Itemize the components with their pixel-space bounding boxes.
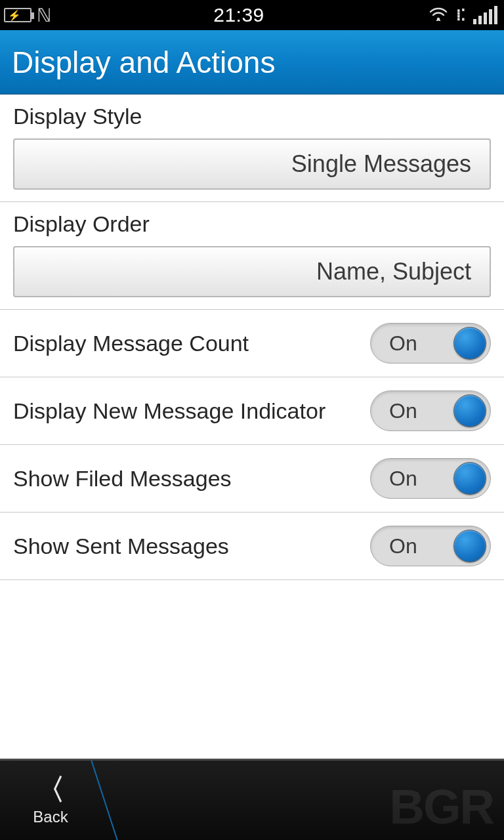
carrier-icon: ⁞⁚ bbox=[456, 6, 465, 24]
back-button[interactable]: 〈 Back bbox=[0, 761, 101, 840]
battery-charging-icon: ⚡ bbox=[8, 10, 21, 22]
svg-point-0 bbox=[437, 17, 440, 20]
display-order-value: Name, Subject bbox=[316, 258, 471, 285]
setting-show-filed: Show Filed Messages On bbox=[0, 445, 504, 513]
chevron-left-icon: 〈 bbox=[36, 775, 65, 804]
display-order-label: Display Order bbox=[13, 211, 491, 237]
wifi-icon bbox=[429, 5, 448, 26]
page-title: Display and Actions bbox=[12, 45, 275, 80]
status-bar: ⚡ ℕ 21:39 ⁞⁚ bbox=[0, 0, 504, 30]
display-style-label: Display Style bbox=[13, 104, 491, 129]
action-bar: 〈 Back BGR bbox=[0, 759, 504, 840]
toggle-state-text: On bbox=[389, 534, 453, 558]
show-filed-label: Show Filed Messages bbox=[13, 465, 370, 493]
toggle-knob bbox=[453, 327, 486, 360]
show-sent-label: Show Sent Messages bbox=[13, 532, 370, 560]
new-indicator-label: Display New Message Indicator bbox=[13, 397, 370, 425]
status-left: ⚡ ℕ bbox=[4, 5, 49, 26]
setting-message-count: Display Message Count On bbox=[0, 310, 504, 377]
status-right: ⁞⁚ bbox=[429, 5, 497, 26]
toggle-state-text: On bbox=[389, 399, 453, 423]
setting-show-sent: Show Sent Messages On bbox=[0, 513, 504, 580]
battery-icon: ⚡ bbox=[4, 8, 32, 22]
settings-list: Display Style Single Messages Display Or… bbox=[0, 94, 504, 759]
setting-display-style: Display Style Single Messages bbox=[0, 94, 504, 202]
toggle-state-text: On bbox=[389, 331, 453, 356]
page-title-bar: Display and Actions bbox=[0, 30, 504, 94]
watermark: BGR bbox=[390, 779, 494, 835]
show-sent-toggle[interactable]: On bbox=[370, 526, 491, 566]
message-count-label: Display Message Count bbox=[13, 329, 370, 358]
setting-display-order: Display Order Name, Subject bbox=[0, 202, 504, 310]
display-order-dropdown[interactable]: Name, Subject bbox=[13, 246, 491, 297]
display-style-value: Single Messages bbox=[291, 150, 471, 178]
setting-new-message-indicator: Display New Message Indicator On bbox=[0, 377, 504, 445]
show-filed-toggle[interactable]: On bbox=[370, 458, 491, 499]
toggle-knob bbox=[453, 462, 486, 495]
new-indicator-toggle[interactable]: On bbox=[370, 390, 491, 431]
display-style-dropdown[interactable]: Single Messages bbox=[13, 138, 491, 190]
toggle-knob bbox=[453, 530, 486, 562]
back-button-label: Back bbox=[33, 808, 68, 826]
toggle-knob bbox=[453, 394, 486, 427]
clock: 21:39 bbox=[49, 4, 429, 26]
toggle-state-text: On bbox=[389, 467, 453, 491]
signal-icon bbox=[473, 6, 497, 24]
nfc-icon: ℕ bbox=[37, 5, 49, 26]
message-count-toggle[interactable]: On bbox=[370, 323, 491, 364]
